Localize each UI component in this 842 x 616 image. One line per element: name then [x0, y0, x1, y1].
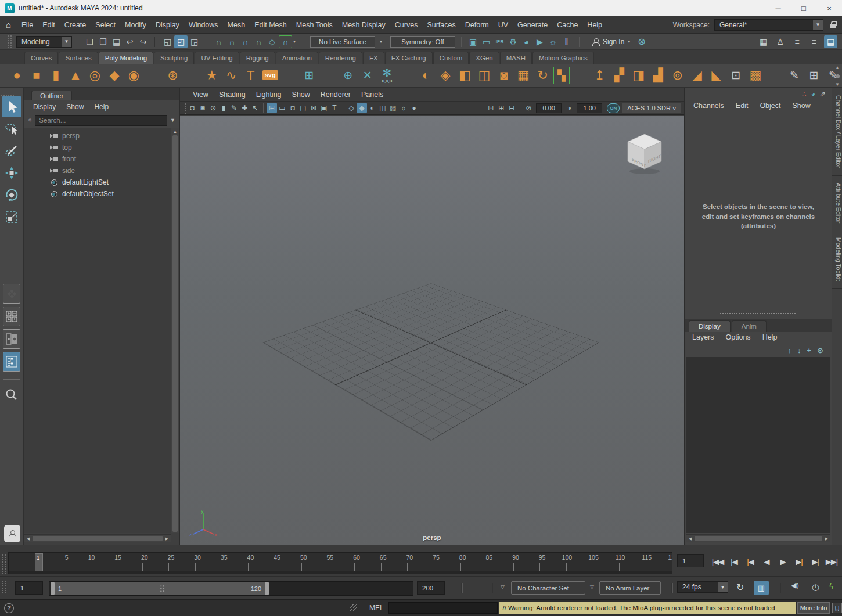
- channel-box-menu-item[interactable]: Channels: [689, 99, 729, 112]
- light-editor-icon[interactable]: ☼: [546, 35, 560, 48]
- layout-single-pane-button[interactable]: [3, 284, 20, 304]
- shelf-tab[interactable]: MASH: [500, 52, 532, 64]
- menubar-item[interactable]: Modify: [120, 19, 151, 31]
- scroll-up-icon[interactable]: ▲: [171, 128, 179, 135]
- layer-list-area[interactable]: [686, 357, 830, 533]
- primitives-panel-icon[interactable]: ⊞: [300, 66, 318, 85]
- extrude-icon[interactable]: ↥: [591, 66, 609, 85]
- field-chart-icon[interactable]: ⊠: [308, 103, 319, 113]
- save-scene-icon[interactable]: ▤: [110, 35, 123, 48]
- help-icon[interactable]: ?: [4, 603, 14, 613]
- spherize-icon[interactable]: ▩: [747, 66, 765, 85]
- shelf-tab[interactable]: FX Caching: [385, 52, 433, 64]
- contrast-field[interactable]: 1.00: [577, 103, 602, 113]
- workspace-lock-icon[interactable]: [830, 24, 836, 28]
- user-avatar[interactable]: [4, 525, 20, 542]
- animation-start-field[interactable]: 1: [15, 581, 43, 595]
- sweep-mesh-icon[interactable]: ∿: [222, 66, 240, 85]
- symmetry-field[interactable]: Symmetry: Off: [390, 36, 455, 48]
- colorspace-dropdown[interactable]: ACES 1.0 SDR-v: [622, 103, 681, 113]
- zoom-tool-button[interactable]: [2, 384, 21, 405]
- outliner-menu-item[interactable]: Display: [29, 102, 60, 112]
- poly-disc-icon[interactable]: ◉: [125, 66, 143, 85]
- viewport-canvas[interactable]: FRONT RIGHT y x z persp: [180, 116, 684, 545]
- menubar-item[interactable]: Generate: [513, 19, 552, 31]
- layer-editor-menu-item[interactable]: Layers: [688, 331, 719, 344]
- scrollbar-thumb[interactable]: [33, 536, 163, 541]
- shelf-tab[interactable]: Curves: [24, 52, 58, 64]
- viewport-menu-item[interactable]: View: [188, 88, 213, 101]
- exposure-field[interactable]: 0.00: [536, 103, 562, 113]
- bevel-icon[interactable]: ◨: [629, 66, 647, 85]
- live-surface-chevron-icon[interactable]: ▾: [380, 39, 386, 44]
- render-settings-icon[interactable]: ⚙: [506, 35, 520, 48]
- outliner-search-input[interactable]: [35, 115, 167, 126]
- outliner-item[interactable]: defaultLightSet: [24, 176, 171, 188]
- viewport-menu-item[interactable]: Renderer: [316, 88, 355, 101]
- menubar-item[interactable]: Edit Mesh: [250, 19, 292, 31]
- maximize-button[interactable]: □: [791, 0, 816, 16]
- scroll-right-icon[interactable]: ▶: [823, 536, 830, 541]
- layer-editor-menu-item[interactable]: Help: [758, 331, 782, 344]
- fps-dropdown[interactable]: 24 fps ▼: [677, 581, 728, 593]
- chevron-down-icon[interactable]: ▼: [813, 20, 823, 30]
- menubar-item[interactable]: Windows: [184, 19, 223, 31]
- channel-box-menu-item[interactable]: Show: [788, 99, 815, 112]
- annotate-icon[interactable]: ↖: [250, 103, 260, 113]
- contrast-icon[interactable]: ◑: [564, 103, 574, 113]
- viewport-menu-item[interactable]: Panels: [357, 88, 388, 101]
- color-management-toggle[interactable]: ON: [607, 103, 620, 113]
- go-to-end-button[interactable]: ▶▶|: [823, 553, 840, 570]
- animation-end-field[interactable]: 200: [417, 581, 445, 595]
- viewport-menu-item[interactable]: Shading: [214, 88, 250, 101]
- channel-box-horizontal-scrollbar[interactable]: ◀ ▶: [686, 534, 830, 542]
- scroll-right-icon[interactable]: ▶: [163, 536, 171, 541]
- scrollbar-thumb[interactable]: [172, 135, 178, 532]
- layer-add-icon[interactable]: +: [807, 346, 812, 355]
- poly-torus-icon[interactable]: ◎: [86, 66, 104, 85]
- poly-cylinder-icon[interactable]: ▮: [47, 66, 65, 85]
- fill-hole-icon[interactable]: ▦: [514, 66, 532, 85]
- scroll-left-icon[interactable]: ◀: [686, 536, 694, 541]
- grid-toggle-icon[interactable]: ⊞: [267, 103, 277, 113]
- channel-graph-icon[interactable]: ⇗: [820, 90, 826, 98]
- menubar-item[interactable]: Create: [60, 19, 91, 31]
- shelf-tab[interactable]: Surfaces: [59, 52, 98, 64]
- range-slider-grip[interactable]: [1, 581, 6, 595]
- display-layers-icon[interactable]: ≡: [790, 35, 804, 48]
- toolbar-separator[interactable]: [206, 37, 207, 47]
- render-sequence-icon[interactable]: ▶: [533, 35, 546, 48]
- platonic-solid-icon[interactable]: ⊛: [164, 66, 182, 85]
- toolbar-separator[interactable]: [154, 37, 156, 47]
- menubar-item[interactable]: Edit: [38, 19, 60, 31]
- character-set-chevron-icon[interactable]: ▽: [501, 584, 505, 590]
- snap-options-chevron-icon[interactable]: ▾: [293, 39, 299, 44]
- step-forward-frame-button[interactable]: ▶|: [807, 553, 823, 570]
- textured-icon[interactable]: ◫: [377, 103, 388, 113]
- script-editor-icon[interactable]: {;}: [832, 603, 842, 613]
- layout-four-pane-button[interactable]: [3, 307, 20, 326]
- channel-box-menu-item[interactable]: Edit: [731, 99, 753, 112]
- paint-select-tool-button[interactable]: [2, 141, 21, 161]
- grease-pencil-icon[interactable]: ✎: [229, 103, 239, 113]
- filter-icon[interactable]: ⌖: [28, 116, 32, 125]
- step-back-key-button[interactable]: |◀: [742, 553, 758, 570]
- shelf-tab[interactable]: UV Editing: [195, 52, 239, 64]
- snap-to-curve-icon[interactable]: ∩: [225, 35, 239, 48]
- range-end-handle[interactable]: [265, 582, 269, 595]
- select-tool-button[interactable]: [2, 96, 21, 117]
- menubar-item[interactable]: Curves: [390, 19, 423, 31]
- combine-icon[interactable]: ◈: [437, 66, 455, 85]
- shadows-icon[interactable]: ●: [409, 103, 419, 113]
- svg-tool-icon[interactable]: svg: [261, 66, 279, 85]
- playblast-icon[interactable]: ▥: [754, 581, 769, 595]
- make-live-icon[interactable]: ∩: [279, 35, 292, 48]
- playback-range-bar[interactable]: 1 120: [51, 582, 269, 595]
- scroll-left-icon[interactable]: ◀: [24, 536, 32, 541]
- anim-layers-icon[interactable]: ≡: [807, 35, 821, 48]
- channel-box-toggle-icon[interactable]: ▤: [824, 35, 837, 48]
- lock-camera-icon[interactable]: ◙: [197, 103, 208, 113]
- gate-mask-icon[interactable]: ▢: [298, 103, 308, 113]
- poly-sphere-icon[interactable]: ●: [8, 66, 26, 85]
- outliner-item[interactable]: defaultObjectSet: [24, 188, 171, 200]
